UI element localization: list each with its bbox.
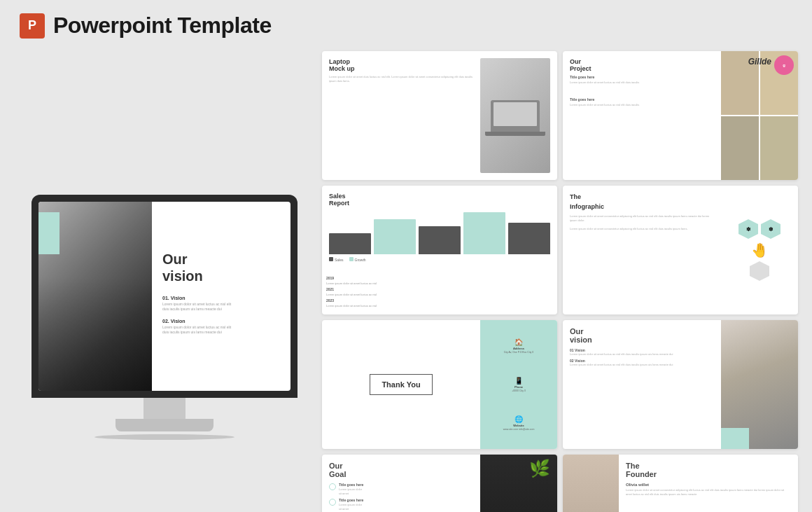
phone-label: Phone [514,385,523,389]
slide-content: Ourvision 01. Vision Lorem ipsum dolor s… [152,202,290,391]
laptop-screen [493,102,537,126]
slides-grid: LaptopMock up Lorem ipsum dolor sit amet… [315,51,798,512]
goal-item2-text: Lorem ipsum dolorsit amet [339,503,363,511]
col-year-3: 2023 [326,298,395,303]
col-text-2: Lorem ipsum dolor sit amet luctus ac nis… [326,293,395,296]
slide-laptop-image [38,202,152,391]
slide-thank-you[interactable]: Thank You 🏠 Address City Av, One P.O Box… [322,320,557,449]
phone-value: +0000 City 0 [512,389,526,392]
goal-item1-text: Lorem ipsum dolorsit amet [339,487,363,495]
founder-person [563,455,619,512]
hex-1: ✽ [738,219,758,239]
col-text-1: Lorem ipsum dolor sit amet luctus ac nis… [326,282,395,285]
goal-right: 🌿 [480,455,557,512]
infographic-body: Lorem ipsum dolor sit amet consectetur a… [570,214,714,231]
contact-phone: 📱 Phone +0000 City 0 [512,377,526,392]
slide-our-vision2[interactable]: Ourvision 01 Vision Lorem ipsum dolor si… [563,320,798,449]
hex-3 [750,261,769,281]
plant-icon: 🌿 [529,459,550,478]
monitor: Ourvision 01. Vision Lorem ipsum dolor s… [24,195,304,440]
sales-col-1: 2019 Lorem ipsum dolor sit amet luctus a… [326,276,395,285]
slide-our-project[interactable]: OurProject Title goes here Lorem ipsum d… [563,51,798,180]
gilde-text: Gillde [748,57,771,67]
hex-row-1: ✽ ✽ [738,219,780,239]
slide-body: Lorem ipsum dolor sit amet duis luctus a… [329,75,476,83]
hex-row-2 [750,261,769,281]
slide-founder[interactable]: TheFounder Olivia willet Lorem ipsum dol… [563,455,798,512]
powerpoint-icon: P [20,13,45,39]
infographic-title: TheInfographic [570,193,714,212]
slide-our-goal[interactable]: OurGoal Title goes here Lorem ipsum dolo… [322,455,557,512]
slide-title: LaptopMock up [329,58,476,72]
sales-col-3: 2023 Lorem ipsum dolor sit amet luctus a… [326,298,395,307]
contact-address: 🏠 Address City Av, One P.O Box City 0 [504,338,534,354]
mint-accent [38,212,59,254]
hex-2: ✽ [761,219,780,239]
sales-title: SalesReport [329,193,550,207]
vision2-rows: 01 Vision Lorem ipsum dolor sit amet luc… [570,348,714,366]
chart-bar-1 [329,233,371,254]
project-subtitle2: Title goes here [570,97,714,102]
col-year-2: 2021 [326,287,395,291]
vision2-row2-text: Lorem ipsum dolor sit amet luctus ac nis… [570,363,714,366]
slide-infographic[interactable]: TheInfographic Lorem ipsum dolor sit ame… [563,186,798,314]
goal-item-1: Title goes here Lorem ipsum dolorsit ame… [329,483,473,495]
col-text-3: Lorem ipsum dolor sit amet luctus ac nis… [326,304,395,307]
founder-photo [563,455,619,512]
phone-icon: 📱 [514,377,523,385]
legend-growth: Growth [349,257,366,262]
chart-bar-2 [374,219,416,254]
goal-content-1: Title goes here Lorem ipsum dolorsit ame… [339,483,363,495]
section1-text: Lorem ipsum dolor sit amet luctus ac nis… [162,302,280,312]
vision2-row-2: 02 Vision Lorem ipsum dolor sit amet luc… [570,359,714,366]
project-img-4 [760,116,798,180]
goal-item-2: Title goes here Lorem ipsum dolorsit ame… [329,498,473,511]
chart-bar-5 [508,223,550,254]
website-label: Website [513,424,524,427]
header: P Powerpoint Template [0,0,812,51]
slide-text-area: LaptopMock up Lorem ipsum dolor sit amet… [329,58,476,173]
chart-bar-4 [463,212,505,254]
thank-you-left: Thank You [322,320,480,449]
slide-laptop-mockup[interactable]: LaptopMock up Lorem ipsum dolor sit amet… [322,51,557,180]
sales-col-2: 2021 Lorem ipsum dolor sit amet luctus a… [326,287,395,296]
founder-right: TheFounder Olivia willet Lorem ipsum dol… [619,455,798,512]
monitor-shadow [94,434,234,440]
section2-title: 02. Vision [162,319,280,324]
infographic-right: ✽ ✽ 🤚 [721,186,798,314]
slide-sales-report[interactable]: SalesReport Sales Growth 2019 Lorem ipsu… [322,186,557,314]
slide-section-1: 01. Vision Lorem ipsum dolor sit amet lu… [162,296,280,312]
slide-main-title: Ourvision [162,251,280,284]
vision2-right [721,320,798,449]
project-subtitle: Title goes here [570,75,714,79]
laptop-shape [491,100,540,132]
project-title: OurProject [570,58,714,72]
address-icon: 🏠 [514,338,523,346]
monitor-screen: Ourvision 01. Vision Lorem ipsum dolor s… [31,195,298,398]
founder-bio: Lorem ipsum dolor sit amet consectetur a… [626,488,791,496]
goal-title: OurGoal [329,462,473,478]
monitor-inner: Ourvision 01. Vision Lorem ipsum dolor s… [38,202,290,391]
thank-you-right: 🏠 Address City Av, One P.O Box City 0 📱 … [480,320,557,449]
main-content: Ourvision 01. Vision Lorem ipsum dolor s… [0,51,812,512]
hand-icon: 🤚 [751,242,769,258]
vision2-title: Ourvision [570,327,714,344]
page-title: Powerpoint Template [53,13,272,39]
section1-title: 01. Vision [162,296,280,300]
vision2-left: Ourvision 01 Vision Lorem ipsum dolor si… [563,320,721,449]
chart-bar-3 [419,226,461,254]
goal-item2-title: Title goes here [339,498,363,503]
mint-accent-vision2 [721,428,749,449]
contact-website: 🌐 Website www.site.com info@site.com [503,415,535,431]
goal-content-2: Title goes here Lorem ipsum dolorsit ame… [339,498,363,511]
monitor-section: Ourvision 01. Vision Lorem ipsum dolor s… [14,51,315,512]
infographic-left: TheInfographic Lorem ipsum dolor sit ame… [563,186,721,314]
goal-left: OurGoal Title goes here Lorem ipsum dolo… [322,455,480,512]
project-left: OurProject Title goes here Lorem ipsum d… [563,51,721,180]
laptop-image-area [480,58,550,173]
project-img-3 [721,116,759,180]
section2-text: Lorem ipsum dolor sit amet luctus ac nis… [162,325,280,335]
sales-right: 2019 Lorem ipsum dolor sit amet luctus a… [322,269,399,314]
chart-legend: Sales Growth [329,257,550,262]
website-value: www.site.com info@site.com [503,428,535,431]
